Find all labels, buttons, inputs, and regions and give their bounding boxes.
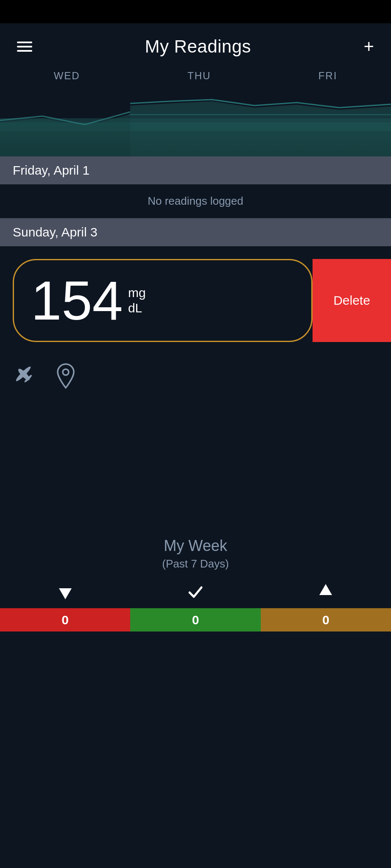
page-title: My Readings [145,36,251,57]
stat-bar-high: 0 [261,608,391,632]
reading-value: 154 [31,273,123,328]
header: My Readings + [0,23,391,66]
my-week-title: My Week [0,537,391,555]
no-readings-friday: No readings logged [0,184,391,218]
arrow-up-icon [317,583,334,604]
chart-svg [0,89,391,156]
reading-card-row: 154 mg dL Delete [0,246,391,351]
arrow-down-icon [57,583,74,604]
day-nav-fri[interactable]: FRI [318,70,338,82]
check-icon [187,583,204,604]
reading-card: 154 mg dL [13,259,313,342]
reading-section-sunday: 154 mg dL Delete [0,246,391,397]
stat-bar-low: 0 [0,608,130,632]
my-week-section: My Week (Past 7 Days) 0 0 [0,524,391,640]
stat-col-high: 0 [261,583,391,632]
svg-point-5 [63,369,69,375]
bottom-stats-row: 0 0 0 [0,583,391,632]
my-week-subtitle: (Past 7 Days) [0,557,391,570]
stat-col-inrange: 0 [130,583,260,632]
location-pin-icon [55,363,76,389]
day-navigation: WED THU FRI [0,66,391,89]
reading-icons-row [0,351,391,397]
date-header-friday: Friday, April 1 [0,156,391,184]
delete-button[interactable]: Delete [313,259,391,342]
svg-marker-7 [319,584,332,595]
plane-icon [13,364,38,388]
day-nav-thu[interactable]: THU [187,70,211,82]
day-nav-wed[interactable]: WED [54,70,80,82]
chart-background [0,89,391,156]
stat-col-low: 0 [0,583,130,632]
svg-marker-1 [130,101,391,156]
svg-marker-6 [59,588,72,599]
content-spacer [0,397,391,524]
svg-point-3 [15,365,32,382]
date-header-sunday: Sunday, April 3 [0,218,391,246]
stat-bar-inrange: 0 [130,608,260,632]
status-bar [0,0,391,23]
add-reading-button[interactable]: + [363,36,374,57]
reading-unit: mg dL [128,285,146,316]
chart-area [0,89,391,156]
menu-button[interactable] [17,39,32,54]
